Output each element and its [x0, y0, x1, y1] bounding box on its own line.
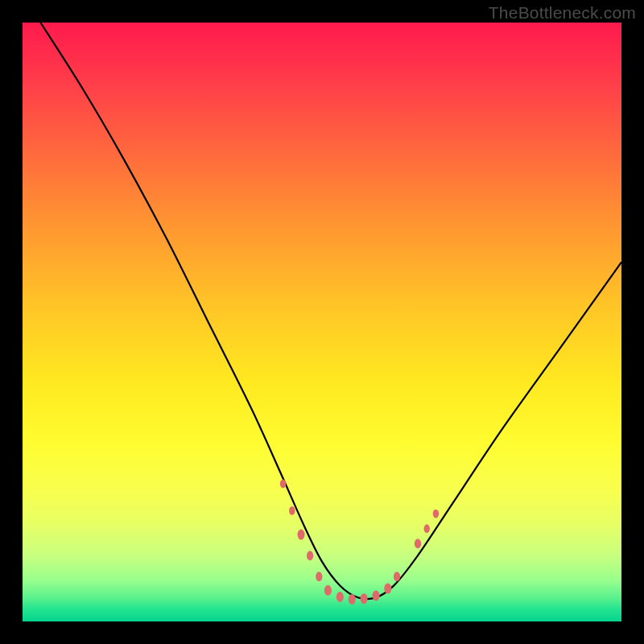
data-marker — [373, 591, 380, 601]
data-marker — [349, 594, 356, 605]
data-marker — [424, 524, 430, 533]
data-marker — [336, 592, 344, 602]
bottleneck-curve — [40, 23, 621, 599]
data-marker — [415, 539, 421, 548]
data-marker — [316, 572, 322, 581]
data-marker — [324, 585, 332, 596]
data-marker — [280, 480, 286, 489]
data-marker — [307, 551, 313, 560]
data-marker — [361, 593, 368, 604]
watermark-text: TheBottleneck.com — [489, 3, 636, 23]
data-marker — [394, 572, 400, 581]
curve-svg — [23, 23, 621, 621]
data-marker — [433, 510, 439, 518]
chart-frame: TheBottleneck.com — [0, 0, 644, 644]
data-marker — [384, 584, 391, 594]
data-marker — [289, 506, 295, 515]
data-marker — [298, 530, 305, 540]
plot-area — [23, 23, 621, 621]
